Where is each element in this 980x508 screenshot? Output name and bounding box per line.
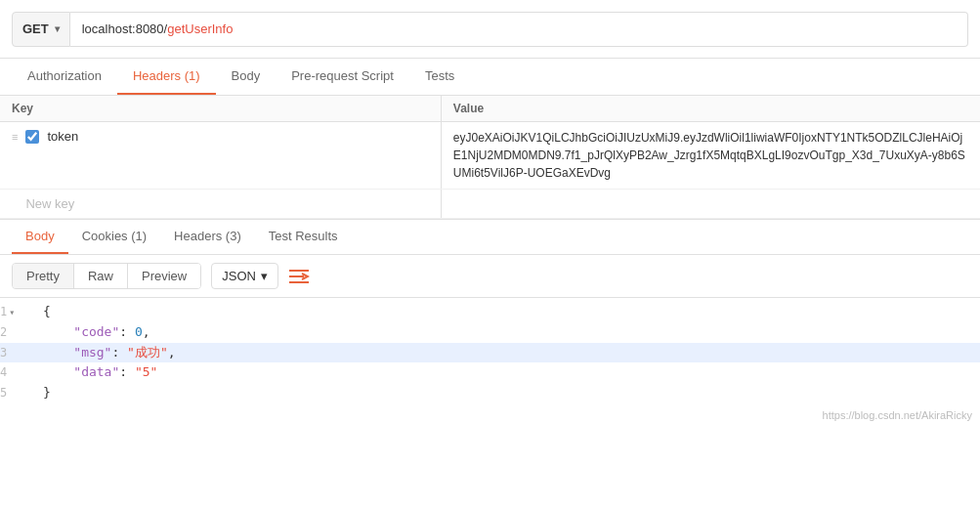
tab-body-req[interactable]: Body — [216, 59, 277, 95]
col-key: Key — [0, 96, 441, 122]
code-line-3: 3 "msg": "成功", — [0, 343, 980, 363]
code-line-5: 5 } — [0, 383, 980, 403]
tab-prerequest[interactable]: Pre-request Script — [276, 59, 409, 95]
tab-test-results[interactable]: Test Results — [255, 220, 352, 254]
format-tab-pretty[interactable]: Pretty — [13, 264, 74, 288]
code-line-2: 2 "code": 0, — [0, 322, 980, 343]
new-key-placeholder[interactable]: New key — [25, 196, 74, 211]
url-base: localhost:8080/ — [82, 21, 167, 36]
body-toolbar: Pretty Raw Preview JSON ▾ — [0, 255, 980, 298]
format-tabs: Pretty Raw Preview — [12, 263, 201, 289]
code-line-1: 1 ▾ { — [0, 302, 980, 322]
line-number: 4 — [0, 363, 7, 382]
format-tab-raw[interactable]: Raw — [74, 264, 128, 288]
line-num-4: 4 — [0, 362, 35, 382]
line-content-3: "msg": "成功", — [35, 343, 980, 363]
key-cell: ≡ token — [12, 129, 429, 144]
url-highlight: getUserInfo — [167, 21, 233, 36]
line-content-5: } — [35, 383, 980, 403]
header-row-token: ≡ token eyJ0eXAiOiJKV1QiLCJhbGciOiJIUzUx… — [0, 122, 980, 190]
tab-authorization[interactable]: Authorization — [12, 59, 117, 95]
line-content-2: "code": 0, — [35, 322, 980, 343]
wrap-icon[interactable] — [288, 268, 310, 285]
col-value: Value — [441, 96, 980, 122]
line-number: 1 — [0, 303, 7, 321]
json-selector[interactable]: JSON ▾ — [211, 263, 278, 289]
header-value: eyJ0eXAiOiJKV1QiLCJhbGciOiJIUzUxMiJ9.eyJ… — [453, 131, 965, 180]
json-chevron: ▾ — [261, 269, 268, 283]
format-tab-preview[interactable]: Preview — [128, 264, 200, 288]
url-display[interactable]: localhost:8080/getUserInfo — [70, 12, 968, 47]
tab-body-resp[interactable]: Body — [12, 220, 68, 254]
header-checkbox[interactable] — [25, 130, 39, 144]
line-content-4: "data": "5" — [35, 362, 980, 383]
response-tabs: Body Cookies (1) Headers (3) Test Result… — [0, 220, 980, 255]
request-tabs: Authorization Headers (1) Body Pre-reque… — [0, 59, 980, 96]
tab-cookies[interactable]: Cookies (1) — [68, 220, 160, 254]
headers-section: Key Value ≡ token eyJ0eXAiOiJKV1QiLCJhbG… — [0, 96, 980, 220]
line-num-3: 3 — [0, 343, 35, 362]
line-num-1: 1 ▾ — [0, 302, 35, 321]
headers-table: Key Value ≡ token eyJ0eXAiOiJKV1QiLCJhbG… — [0, 96, 980, 219]
tab-headers-resp[interactable]: Headers (3) — [160, 220, 255, 254]
line-content-1: { — [35, 302, 980, 322]
json-label: JSON — [222, 269, 256, 283]
watermark-text: https://blog.csdn.net/AkiraRicky — [823, 409, 972, 421]
url-bar: GET ▾ localhost:8080/getUserInfo — [0, 0, 980, 59]
line-num-2: 2 — [0, 322, 35, 342]
new-key-cell: ≡ New key — [12, 196, 429, 211]
tab-headers[interactable]: Headers (1) — [117, 59, 216, 95]
method-selector[interactable]: GET ▾ — [12, 12, 70, 47]
header-key-value: token — [47, 129, 78, 144]
code-line-4: 4 "data": "5" — [0, 362, 980, 383]
collapse-arrow-icon[interactable]: ▾ — [9, 305, 15, 320]
method-chevron: ▾ — [55, 23, 60, 34]
line-number: 5 — [0, 384, 7, 402]
line-number: 3 — [0, 344, 7, 362]
line-number: 2 — [0, 323, 7, 342]
drag-handle-icon: ≡ — [12, 131, 18, 143]
watermark: https://blog.csdn.net/AkiraRicky — [0, 407, 980, 423]
line-num-5: 5 — [0, 383, 35, 402]
code-area: 1 ▾ { 2 "code": 0, 3 "msg": "成功", 4 "dat… — [0, 298, 980, 407]
method-label: GET — [22, 21, 49, 36]
tab-tests[interactable]: Tests — [409, 59, 470, 95]
header-row-new: ≡ New key — [0, 190, 980, 219]
